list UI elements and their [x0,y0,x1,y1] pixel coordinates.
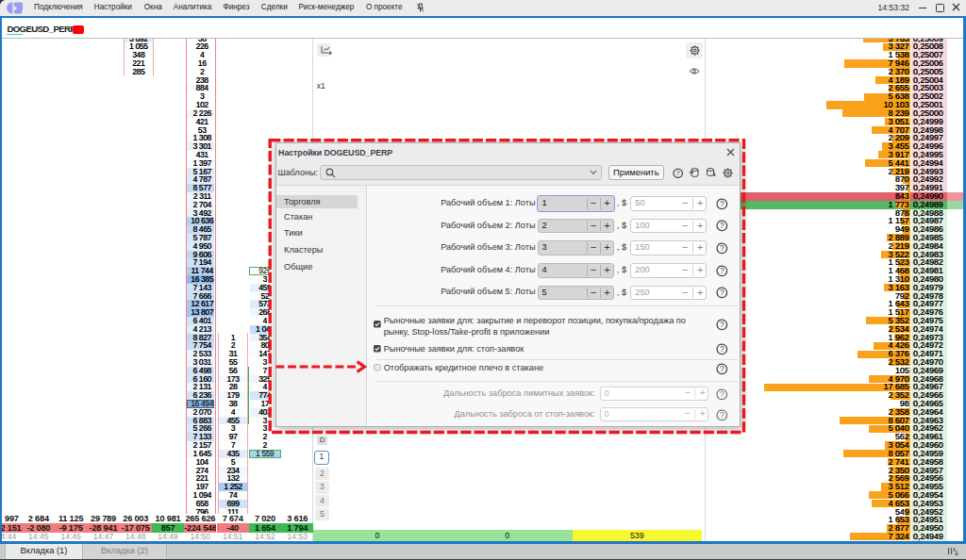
svg-text:?: ? [720,288,724,298]
svg-text:?: ? [676,169,680,177]
svg-text:?: ? [720,243,724,253]
svg-text:?: ? [720,345,724,354]
svg-text:?: ? [720,410,724,420]
svg-text:?: ? [720,199,724,208]
svg-text:?: ? [720,266,724,275]
svg-text:?: ? [720,321,724,330]
svg-text:?: ? [720,364,724,373]
svg-text:?: ? [720,222,724,231]
svg-text:?: ? [720,389,724,399]
